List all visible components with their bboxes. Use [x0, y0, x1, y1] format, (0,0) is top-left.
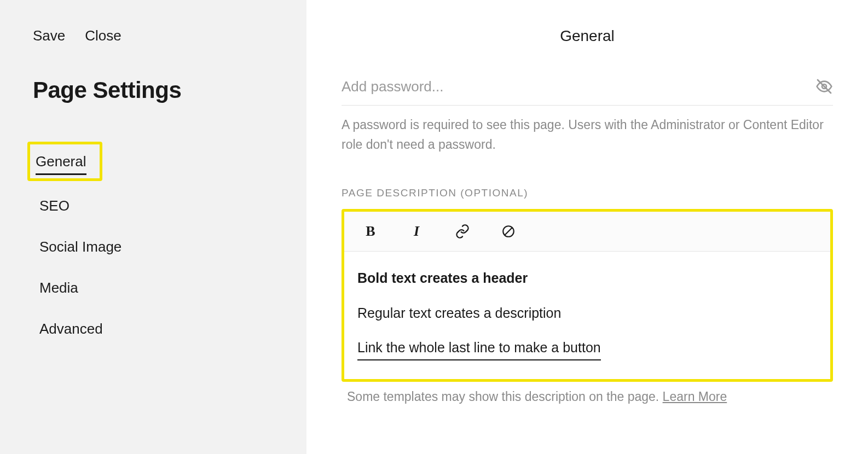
nav-item-social-image[interactable]: Social Image	[39, 233, 121, 261]
link-icon[interactable]	[455, 224, 470, 239]
bold-button[interactable]: B	[363, 224, 378, 239]
editor-line-bold: Bold text creates a header	[357, 268, 817, 289]
close-button[interactable]: Close	[85, 27, 121, 44]
nav-item-advanced[interactable]: Advanced	[39, 315, 103, 343]
description-section-label: PAGE DESCRIPTION (OPTIONAL)	[342, 187, 833, 199]
visibility-off-icon[interactable]	[815, 78, 833, 95]
settings-nav: General SEO Social Image Media Advanced	[33, 142, 274, 345]
editor-toolbar: B I	[344, 212, 830, 252]
description-footer-text: Some templates may show this description…	[342, 382, 833, 404]
nav-item-seo[interactable]: SEO	[39, 192, 70, 220]
password-help-text: A password is required to see this page.…	[342, 115, 833, 154]
editor-line-link: Link the whole last line to make a butto…	[357, 337, 601, 360]
clear-format-icon[interactable]	[501, 224, 516, 239]
editor-line-regular: Regular text creates a description	[357, 303, 817, 324]
svg-line-3	[505, 228, 512, 235]
save-button[interactable]: Save	[33, 27, 65, 44]
learn-more-link[interactable]: Learn More	[663, 389, 727, 404]
nav-item-general-highlight: General	[27, 142, 102, 181]
settings-sidebar: Save Close Page Settings General SEO Soc…	[0, 0, 306, 454]
nav-item-media[interactable]: Media	[39, 274, 78, 302]
panel-heading: General	[306, 0, 868, 78]
password-field-row	[342, 78, 833, 106]
italic-button[interactable]: I	[409, 224, 424, 239]
description-editor-highlight: B I	[342, 209, 833, 382]
description-editor: B I	[344, 212, 830, 379]
nav-item-general[interactable]: General	[36, 148, 86, 175]
main-panel: General A password is required to see th…	[306, 0, 868, 454]
sidebar-title: Page Settings	[33, 77, 274, 103]
top-actions: Save Close	[33, 27, 274, 44]
editor-content[interactable]: Bold text creates a header Regular text …	[344, 252, 830, 379]
password-input[interactable]	[342, 78, 815, 95]
